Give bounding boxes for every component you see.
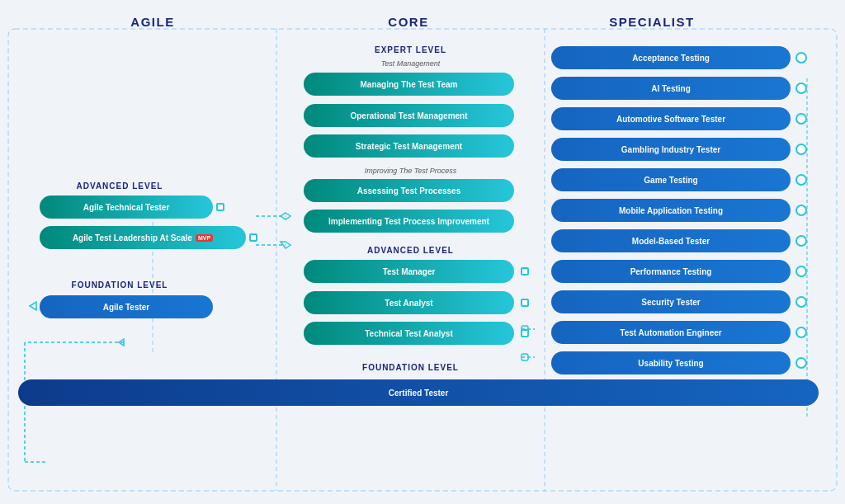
technical-test-analyst-pill[interactable]: Technical Test Analyst [304,322,514,345]
specialist-header: SPECIALIST [578,15,726,29]
ai-testing-pill[interactable]: AI Testing [551,77,791,100]
mvp-badge: MVP [196,234,213,242]
mobile-application-pill[interactable]: Mobile Application Testing [551,199,791,222]
acceptance-testing-pill[interactable]: Acceptance Testing [551,46,791,69]
test-management-sublabel: Test Management [318,59,503,68]
implementing-test-process-pill[interactable]: Implementing Test Process Improvement [304,210,514,233]
spec-circle-4 [795,174,807,186]
strategic-test-mgmt-pill[interactable]: Strategic Test Management [304,134,514,158]
agile-tech-connector [216,203,224,211]
agile-header: AGILE [99,15,206,29]
core-expert-label: EXPERT LEVEL [318,45,503,54]
spec-circle-0 [795,52,807,64]
spec-circle-5 [795,205,807,216]
agile-foundation-label: FOUNDATION LEVEL [37,280,202,290]
gambling-industry-pill[interactable]: Gambling Industry Tester [551,138,791,161]
agile-test-leadership-pill[interactable]: Agile Test Leadership At Scale MVP [40,226,246,249]
operational-test-mgmt-pill[interactable]: Operational Test Management [304,104,514,127]
connector-box-2 [521,299,529,307]
certified-tester-pill[interactable]: Certified Tester [18,379,819,406]
agile-tester-left-connector [28,300,40,313]
assessing-test-processes-pill[interactable]: Assessing Test Processes [304,179,514,202]
spec-circle-3 [795,144,807,155]
agile-tester-pill[interactable]: Agile Tester [40,295,213,318]
core-advanced-label: ADVANCED LEVEL [318,246,503,255]
diagram-container: AGILE CORE SPECIALIST EXPERT LEVEL Test … [0,0,845,504]
test-manager-pill[interactable]: Test Manager [304,260,514,283]
svg-marker-19 [30,302,36,310]
svg-marker-7 [281,242,290,248]
spec-circle-9 [795,327,807,338]
svg-marker-11 [119,339,124,346]
spec-circle-10 [795,357,807,369]
game-testing-pill[interactable]: Game Testing [551,168,791,191]
performance-testing-pill[interactable]: Performance Testing [551,260,791,283]
agile-advanced-label: ADVANCED LEVEL [37,181,202,191]
spec-circle-6 [795,235,807,247]
security-tester-pill[interactable]: Security Tester [551,290,791,313]
connector-box-3 [521,329,529,337]
spec-circle-8 [795,296,807,308]
improving-sublabel: Improving The Test Process [318,167,503,175]
managing-test-team-pill[interactable]: Managing The Test Team [304,73,514,96]
core-foundation-label: FOUNDATION LEVEL [318,363,503,372]
test-automation-pill[interactable]: Test Automation Engineer [551,321,791,344]
automotive-software-pill[interactable]: Automotive Software Tester [551,107,791,130]
svg-marker-5 [281,213,290,219]
test-analyst-pill[interactable]: Test Analyst [304,291,514,314]
model-based-pill[interactable]: Model-Based Tester [551,229,791,252]
agile-leadership-connector [249,233,257,242]
spec-circle-1 [795,82,807,94]
svg-rect-15 [522,354,528,360]
agile-technical-tester-pill[interactable]: Agile Technical Tester [40,195,213,219]
spec-circle-2 [795,113,807,125]
core-header: CORE [347,15,470,29]
usability-testing-pill[interactable]: Usability Testing [551,351,791,374]
connector-box-1 [521,267,529,276]
spec-circle-7 [795,266,807,277]
